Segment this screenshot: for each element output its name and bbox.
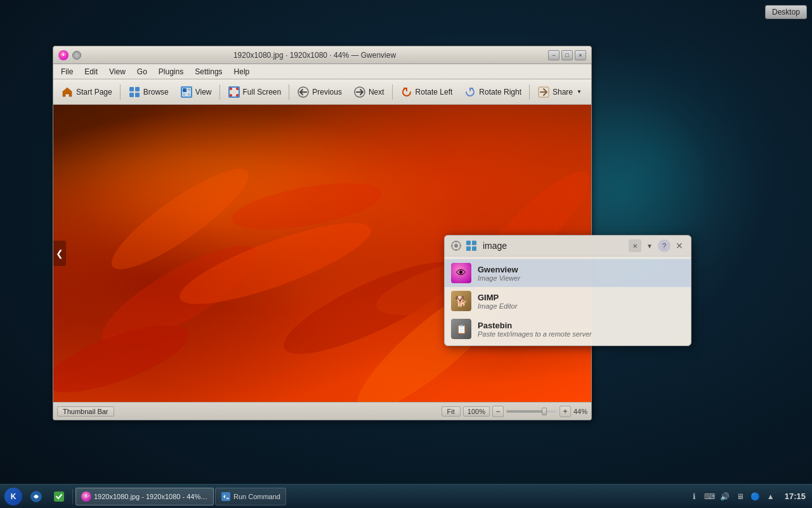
minimize-button[interactable]: − (548, 50, 560, 60)
svg-rect-31 (472, 246, 476, 251)
taskbar-sep-1 (72, 489, 73, 504)
svg-rect-3 (135, 93, 140, 97)
start-page-button[interactable]: Start Page (56, 82, 117, 102)
svg-rect-33 (54, 491, 64, 502)
gwenview-result-text: Gwenview Image Viewer (478, 265, 684, 282)
gwenview-result-icon (451, 263, 471, 283)
browse-label: Browse (143, 88, 169, 97)
view-button[interactable]: View (175, 82, 217, 102)
maximize-button[interactable]: □ (561, 50, 573, 60)
krunner-result-gwenview[interactable]: Gwenview Image Viewer (445, 259, 691, 287)
title-bar-left: 👁 (58, 50, 81, 60)
app-icon: 👁 (58, 50, 69, 60)
zoom-100-button[interactable]: 100% (463, 406, 490, 417)
tray-keyboard-icon[interactable]: ⌨ (704, 490, 716, 503)
tray-info-icon[interactable]: ℹ (688, 490, 701, 503)
pastebin-result-icon (451, 319, 471, 339)
clock-time: 17:15 (785, 491, 806, 502)
svg-rect-28 (466, 241, 471, 245)
svg-rect-5 (183, 88, 187, 92)
krunner-close-button[interactable]: ✕ (673, 239, 686, 252)
desktop-button[interactable]: Desktop (765, 5, 807, 19)
nav-left-button[interactable]: ❮ (53, 241, 66, 266)
gwenview-result-desc: Image Viewer (478, 274, 684, 282)
next-button[interactable]: Next (348, 82, 390, 102)
tray-volume-icon[interactable]: 🔊 (719, 490, 731, 503)
rotate-left-button[interactable]: Rotate Left (395, 82, 458, 102)
previous-icon (297, 86, 310, 98)
browse-button[interactable]: Browse (123, 82, 174, 102)
menu-view[interactable]: View (104, 66, 131, 77)
gimp-result-desc: Image Editor (478, 302, 684, 310)
krunner-dropdown-button[interactable]: ▼ (644, 240, 655, 251)
menu-help[interactable]: Help (229, 66, 255, 77)
run-command-button[interactable]: Run Command (215, 488, 286, 505)
next-icon (353, 86, 366, 98)
toolbar-sep-2 (219, 84, 220, 100)
taskbar-launcher-1[interactable] (25, 486, 47, 507)
menu-settings[interactable]: Settings (190, 66, 227, 77)
krunner-dialog: ✕ ▼ ? ✕ Gwenview Image Viewer GIMP Image… (444, 235, 691, 346)
tray-bluetooth-icon[interactable]: 🔵 (749, 490, 762, 503)
taskbar-app-title: 1920x1080.jpg - 1920x1080 - 44% — G... (94, 493, 208, 500)
share-label: Share (553, 88, 573, 97)
rotate-right-icon (464, 86, 476, 98)
gimp-result-name: GIMP (478, 293, 684, 302)
previous-button[interactable]: Previous (292, 82, 347, 102)
pastebin-result-name: Pastebin (478, 321, 684, 330)
toolbar-sep-5 (529, 84, 530, 100)
zoom-slider[interactable] (506, 410, 557, 413)
rotate-left-label: Rotate Left (416, 88, 453, 97)
zoom-controls: Fit 100% − + 44% (442, 406, 587, 417)
view-label: View (195, 88, 212, 97)
kde-menu-button[interactable]: K (3, 486, 24, 507)
taskbar-launcher-2[interactable] (48, 486, 70, 507)
rotate-right-label: Rotate Right (479, 88, 521, 97)
start-page-label: Start Page (76, 88, 112, 97)
krunner-clear-button[interactable]: ✕ (629, 239, 641, 252)
zoom-in-button[interactable]: + (560, 406, 571, 417)
svg-rect-1 (135, 87, 140, 91)
window-title: 1920x1080.jpg · 1920x1080 · 44% — Gwenvi… (81, 51, 548, 60)
taskbar: K 👁 1920x1080.jpg - 1920x1080 - 44% — G.… (0, 484, 812, 508)
gwenview-result-name: Gwenview (478, 265, 684, 274)
menu-file[interactable]: File (56, 66, 78, 77)
system-tray: ℹ ⌨ 🔊 🖥 🔵 ▲ (686, 490, 780, 503)
previous-label: Previous (312, 88, 342, 97)
krunner-result-gimp[interactable]: GIMP Image Editor (445, 287, 691, 315)
krunner-result-pastebin[interactable]: Pastebin Paste text/images to a remote s… (445, 315, 691, 343)
svg-rect-29 (472, 241, 476, 245)
rotate-right-button[interactable]: Rotate Right (459, 82, 527, 102)
thumbnail-bar-button[interactable]: Thumbnail Bar (57, 406, 114, 417)
taskbar-app-icon: 👁 (81, 491, 91, 502)
tray-display-icon[interactable]: 🖥 (734, 490, 747, 503)
toolbar-sep-1 (120, 84, 121, 100)
menu-edit[interactable]: Edit (79, 66, 103, 77)
gwenview-window: 👁 1920x1080.jpg · 1920x1080 · 44% — Gwen… (53, 46, 592, 420)
title-close-indicator (72, 51, 81, 60)
krunner-search-input[interactable] (480, 239, 626, 252)
svg-rect-0 (129, 87, 134, 91)
taskbar-clock[interactable]: 17:15 (781, 491, 809, 502)
taskbar-icon-1 (30, 490, 43, 503)
svg-rect-35 (226, 498, 229, 499)
view-icon (180, 86, 193, 98)
tray-expand-icon[interactable]: ▲ (764, 490, 777, 503)
menu-plugins[interactable]: Plugins (154, 66, 188, 77)
close-button[interactable]: × (575, 50, 586, 60)
krunner-settings-icon (450, 239, 462, 252)
zoom-percentage: 44% (573, 408, 587, 415)
taskbar-icon-2 (53, 490, 65, 503)
kde-logo-label: K (11, 492, 16, 501)
menu-go[interactable]: Go (132, 66, 152, 77)
share-button[interactable]: Share ▼ (532, 82, 587, 102)
fit-button[interactable]: Fit (442, 406, 461, 417)
svg-rect-34 (221, 492, 230, 501)
menu-bar: File Edit View Go Plugins Settings Help (53, 64, 591, 79)
zoom-out-button[interactable]: − (492, 406, 504, 417)
full-screen-button[interactable]: Full Screen (223, 82, 287, 102)
run-command-icon (221, 491, 231, 502)
taskbar-app-gwenview[interactable]: 👁 1920x1080.jpg - 1920x1080 - 44% — G... (75, 488, 214, 505)
krunner-help-button[interactable]: ? (658, 239, 671, 252)
gimp-result-icon (451, 291, 471, 311)
